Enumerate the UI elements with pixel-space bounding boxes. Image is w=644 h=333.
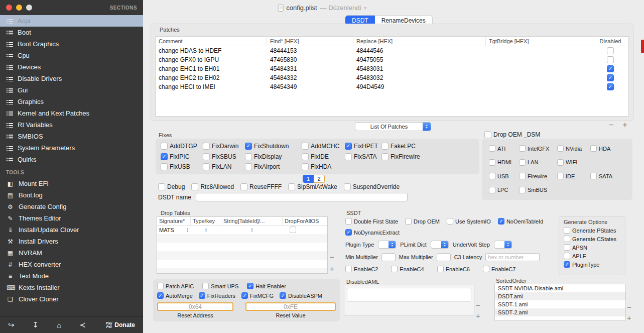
sidebar-item-boot[interactable]: Boot	[0, 27, 143, 38]
sidebar-item-smbios[interactable]: SMBIOS	[0, 131, 143, 142]
table-row[interactable]: change EHC2 to EH02 45484332 45483032	[156, 73, 628, 82]
double-first-state-checkbox[interactable]: Double First State	[345, 218, 398, 225]
fixipic-checkbox[interactable]: FixIPIC	[161, 153, 203, 160]
fixes-page-1[interactable]: 1	[303, 175, 314, 183]
tool-item-mount-efi[interactable]: ◧Mount EFI	[0, 178, 143, 189]
column-header-comment[interactable]: Comment	[156, 37, 267, 46]
table-row[interactable]: change HECI to IMEI 48454349 494D4549	[156, 82, 628, 91]
reset-value-input[interactable]	[245, 302, 336, 311]
stepper-icon[interactable]: ▲▼	[186, 228, 189, 233]
addmchc-checkbox[interactable]: AddMCHC	[302, 143, 345, 150]
tool-item-install-drivers[interactable]: ⚒Install Drivers	[0, 236, 143, 247]
add-drop-table-button[interactable]: +	[330, 265, 334, 273]
slpsmiatwake-checkbox[interactable]: SlpSmiAtWake	[288, 183, 337, 190]
fakelpc-checkbox[interactable]: FakeLPC	[381, 143, 430, 150]
table-row[interactable]: change HDAS to HDEF 48444153 48444546	[156, 46, 628, 55]
fixshutdown-checkbox[interactable]: FixShutdown	[245, 143, 302, 150]
hdmi-checkbox[interactable]: HDMI	[489, 159, 519, 166]
tool-item-kexts-installer[interactable]: ⌨Kexts Installer	[0, 282, 143, 293]
sidebar-item-disable-drivers[interactable]: Disable Drivers	[0, 73, 143, 84]
disabled-aml-list[interactable]	[344, 285, 474, 315]
wifi-checkbox[interactable]: WIFI	[557, 159, 590, 166]
fixlan-checkbox[interactable]: FixLAN	[203, 163, 245, 170]
fixsbus-checkbox[interactable]: FixSBUS	[203, 153, 245, 160]
patch-disabled-checkbox[interactable]	[607, 65, 614, 72]
plugin-type-dropdown[interactable]: ▲▼	[378, 241, 396, 249]
sidebar-item-gui[interactable]: Gui	[0, 84, 143, 96]
chevron-down-icon[interactable]: ▾	[364, 6, 366, 11]
drop-oem-dsm-checkbox[interactable]: Drop OEM _DSM	[484, 131, 540, 138]
c3-latency-input[interactable]	[485, 253, 540, 261]
sidebar-item-quirks[interactable]: Quirks	[0, 154, 143, 165]
list-of-patches-dropdown[interactable]: List Of Patches ▲▼	[355, 122, 431, 131]
ide-checkbox[interactable]: IDE	[557, 173, 590, 179]
import-icon[interactable]: ↧	[33, 320, 39, 329]
table-row[interactable]: change EHC1 to EH01 45484331 45483031	[156, 64, 628, 73]
firewire-checkbox[interactable]: Firewire	[519, 173, 557, 179]
use-systemio-checkbox[interactable]: Use SystemIO	[447, 218, 491, 225]
plimit-dict-dropdown[interactable]: ▲▼	[431, 241, 449, 249]
add-disabled-aml-button[interactable]: +	[476, 312, 480, 320]
column-header-disabled[interactable]: Disabled	[592, 37, 628, 46]
nodynamicextract-checkbox[interactable]: NoDynamicExtract	[345, 229, 400, 236]
remove-sorted-order-button[interactable]: −	[627, 303, 631, 311]
fixhda-checkbox[interactable]: FixHDA	[302, 163, 345, 170]
stepper-icon[interactable]: ▲▼	[205, 228, 207, 233]
smart-ups-checkbox[interactable]: Smart UPS	[202, 283, 238, 289]
fixsata-checkbox[interactable]: FixSATA	[345, 153, 381, 160]
tool-item-themes-editor[interactable]: ✎Themes Editor	[0, 212, 143, 224]
column-header-signature[interactable]: Signature*	[157, 217, 191, 225]
ati-checkbox[interactable]: ATI	[489, 145, 519, 152]
suspendoverride-checkbox[interactable]: SuspendOverride	[344, 183, 400, 190]
adddtgp-checkbox[interactable]: AddDTGP	[161, 143, 203, 150]
nvidia-checkbox[interactable]: NVidia	[557, 145, 590, 152]
add-patch-button[interactable]: +	[622, 121, 627, 129]
fixfirewire-checkbox[interactable]: FixFirewire	[381, 153, 430, 160]
tool-item-text-mode[interactable]: ≡Text Mode	[0, 270, 143, 282]
reset-address-input[interactable]	[157, 302, 233, 311]
column-header-dropforallos[interactable]: DropForAllOS	[283, 217, 327, 225]
generate-pstates-checkbox[interactable]: Generate PStates	[564, 227, 620, 234]
sidebar-item-system-parameters[interactable]: System Parameters	[0, 142, 143, 154]
enablec7-checkbox[interactable]: EnableC7	[483, 266, 516, 272]
lpc-checkbox[interactable]: LPC	[489, 187, 519, 193]
fixairport-checkbox[interactable]: FixAirport	[245, 163, 302, 170]
table-row[interactable]: MATS▲▼ ▲▼ ▲▼	[157, 226, 327, 234]
sidebar-item-graphics[interactable]: Graphics	[0, 96, 143, 107]
fixheaders-checkbox[interactable]: FixHeaders	[199, 292, 235, 299]
fixide-checkbox[interactable]: FixIDE	[302, 153, 345, 160]
lan-checkbox[interactable]: LAN	[519, 159, 557, 166]
sidebar-item-acpi[interactable]: Acpi	[0, 15, 143, 27]
fixmcfg-checkbox[interactable]: FixMCFG	[241, 292, 274, 299]
fixdisplay-checkbox[interactable]: FixDisplay	[245, 153, 302, 160]
export-icon[interactable]: ↪	[8, 320, 15, 329]
patch-apic-checkbox[interactable]: Patch APIC	[157, 283, 194, 289]
halt-enabler-checkbox[interactable]: Halt Enabler	[247, 283, 286, 289]
patch-disabled-checkbox[interactable]	[607, 83, 614, 90]
fixusb-checkbox[interactable]: FixUSB	[161, 163, 203, 170]
column-header-tableid[interactable]: String[TableId]/...	[221, 217, 283, 225]
column-header-find[interactable]: Find* [HEX]	[267, 37, 353, 46]
fixhpet-checkbox[interactable]: FixHPET	[345, 143, 381, 150]
column-header-tgtbridge[interactable]: TgtBridge [HEX]	[486, 37, 592, 46]
share-icon[interactable]: ≺	[79, 320, 86, 329]
dropforallos-checkbox[interactable]	[290, 227, 296, 233]
debug-checkbox[interactable]: Debug	[158, 183, 185, 190]
sidebar-item-devices[interactable]: Devices	[0, 61, 143, 73]
enablec4-checkbox[interactable]: EnableC4	[391, 266, 424, 272]
fixdarwin-checkbox[interactable]: FixDarwin	[203, 143, 245, 150]
table-row[interactable]: change GFX0 to IGPU 47465830 49475055	[156, 55, 628, 64]
max-multiplier-input[interactable]	[437, 253, 451, 261]
donate-button[interactable]: PayPal Donate	[106, 321, 135, 328]
aplf-checkbox[interactable]: APLF	[564, 253, 620, 259]
hda-checkbox[interactable]: HDA	[590, 145, 625, 152]
list-item[interactable]: DSDT.aml	[495, 292, 625, 300]
list-item[interactable]: SSDT-1.aml	[495, 300, 625, 308]
add-sorted-order-button[interactable]: +	[627, 314, 631, 322]
fixes-page-2[interactable]: 2	[314, 175, 325, 183]
zoom-window-button[interactable]	[26, 5, 32, 11]
sata-checkbox[interactable]: SATA	[590, 173, 625, 179]
sidebar-item-cpu[interactable]: Cpu	[0, 50, 143, 61]
tool-item-hex-converter[interactable]: #HEX converter	[0, 259, 143, 270]
tool-item-install-update-clover[interactable]: ⇓Install/Update Clover	[0, 224, 143, 236]
